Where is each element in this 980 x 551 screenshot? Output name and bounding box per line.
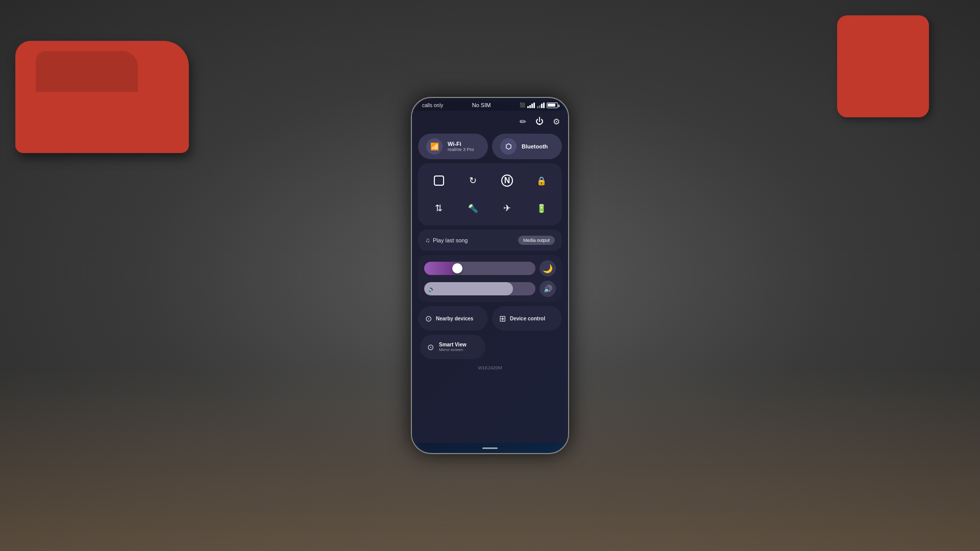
wifi-icon: 📶: [430, 142, 439, 151]
bluetooth-tile-text: Bluetooth: [522, 143, 548, 149]
media-track-name: Play last song: [433, 237, 468, 243]
nfc-tile[interactable]: N: [493, 169, 522, 192]
flashlight-tile[interactable]: 🔦: [458, 197, 487, 219]
screenshot-tile[interactable]: [424, 169, 453, 192]
status-calls-only: calls only: [422, 103, 443, 108]
phone-wrapper: calls only No SIM ⬛: [411, 97, 569, 454]
device-control-label: Device control: [510, 316, 545, 321]
volume-icon: 🔊: [544, 285, 552, 293]
brightness-slider-row: 🌙: [424, 260, 556, 277]
smart-view-label: Smart View: [439, 342, 467, 347]
device-control-tile[interactable]: ⊞ Device control: [492, 306, 562, 331]
battery-saver-tile[interactable]: 🔋: [527, 197, 556, 219]
nfc-icon: N: [501, 174, 513, 187]
screen-lock-tile[interactable]: 🔒: [527, 169, 556, 192]
moon-icon: 🌙: [543, 264, 553, 273]
smart-view-tile[interactable]: ⊙ Smart View Mirror screen: [420, 335, 485, 359]
main-tiles-row: 📶 Wi-Fi realme 3 Pro ⬡ Bluetooth: [418, 134, 562, 159]
data-saver-tile[interactable]: ⇅: [424, 197, 453, 219]
brightness-thumb[interactable]: [452, 263, 462, 273]
smart-view-icon: ⊙: [427, 342, 434, 352]
flashlight-icon: 🔦: [468, 204, 478, 213]
brightness-slider[interactable]: [424, 262, 535, 275]
nearby-devices-tile[interactable]: ⊙ Nearby devices: [418, 306, 488, 331]
dark-mode-button[interactable]: 🌙: [540, 260, 556, 277]
smart-view-sublabel: Mirror screen: [439, 347, 467, 352]
top-action-icons: ✏ ⏻ ⚙: [418, 115, 562, 130]
smart-view-text: Smart View Mirror screen: [439, 342, 467, 352]
media-player: ♫ Play last song Media output: [418, 230, 562, 251]
status-no-sim: No SIM: [472, 102, 491, 108]
bluetooth-label: Bluetooth: [522, 143, 548, 149]
bluetooth-tile[interactable]: ⬡ Bluetooth: [492, 134, 562, 159]
nearby-devices-icon: ⊙: [425, 314, 432, 323]
edit-icon[interactable]: ✏: [520, 117, 526, 127]
wifi-tile[interactable]: 📶 Wi-Fi realme 3 Pro: [418, 134, 488, 159]
volume-slider-row: 🔉 🔊: [424, 281, 556, 297]
red-car-decoration: [15, 41, 189, 153]
music-note-icon: ♫: [425, 237, 430, 244]
device-control-icon: ⊞: [499, 314, 506, 323]
media-output-button[interactable]: Media output: [518, 236, 555, 245]
volume-button[interactable]: 🔊: [540, 281, 556, 297]
navigation-bar: [412, 443, 568, 453]
battery-icon: [547, 103, 558, 108]
volume-vibrate-icon: 🔉: [428, 286, 435, 292]
wifi-signal-icon: [527, 103, 535, 108]
airplane-icon: ✈: [503, 203, 511, 214]
phone: calls only No SIM ⬛: [411, 97, 569, 454]
bluetooth-icon: ⬡: [505, 142, 511, 151]
settings-icon[interactable]: ⚙: [553, 117, 560, 127]
power-icon[interactable]: ⏻: [535, 117, 544, 127]
battery-saver-icon: 🔋: [536, 204, 547, 213]
auto-rotate-icon: ↻: [469, 175, 477, 186]
volume-fill: [424, 282, 513, 295]
auto-rotate-tile[interactable]: ↻: [458, 169, 487, 192]
wifi-tile-text: Wi-Fi realme 3 Pro: [448, 141, 474, 152]
media-title: ♫ Play last song: [425, 237, 468, 244]
screenshot-icon: [434, 176, 444, 186]
nav-handle: [482, 447, 498, 449]
screen-record-icon: ⬛: [520, 103, 525, 108]
status-icons: ⬛: [520, 103, 558, 108]
bluetooth-icon-circle: ⬡: [500, 138, 517, 155]
volume-slider[interactable]: 🔉: [424, 282, 535, 295]
status-bar: calls only No SIM ⬛: [412, 98, 568, 111]
wifi-icon-circle: 📶: [426, 138, 443, 155]
cell-signal-icon: [537, 103, 545, 108]
airplane-tile[interactable]: ✈: [493, 197, 522, 219]
sliders-area: 🌙 🔉 🔊: [418, 255, 562, 302]
screen-lock-icon: 🔒: [536, 176, 547, 186]
wifi-label: Wi-Fi: [448, 141, 474, 147]
last-row: ⊙ Smart View Mirror screen: [418, 335, 562, 359]
data-saver-icon: ⇅: [435, 203, 443, 214]
bottom-tiles-row: ⊙ Nearby devices ⊞ Device control: [418, 306, 562, 331]
nearby-devices-label: Nearby devices: [436, 316, 473, 321]
quick-settings-panel: ✏ ⏻ ⚙ 📶 Wi-Fi realme 3 Pro ⬡: [412, 111, 568, 443]
device-id: W1K2420M: [418, 363, 562, 371]
red-scooter-decoration: [837, 15, 929, 117]
small-tiles-grid: ↻ N 🔒 ⇅ 🔦 ✈ 🔋: [418, 163, 562, 226]
wifi-network-name: realme 3 Pro: [448, 147, 474, 152]
